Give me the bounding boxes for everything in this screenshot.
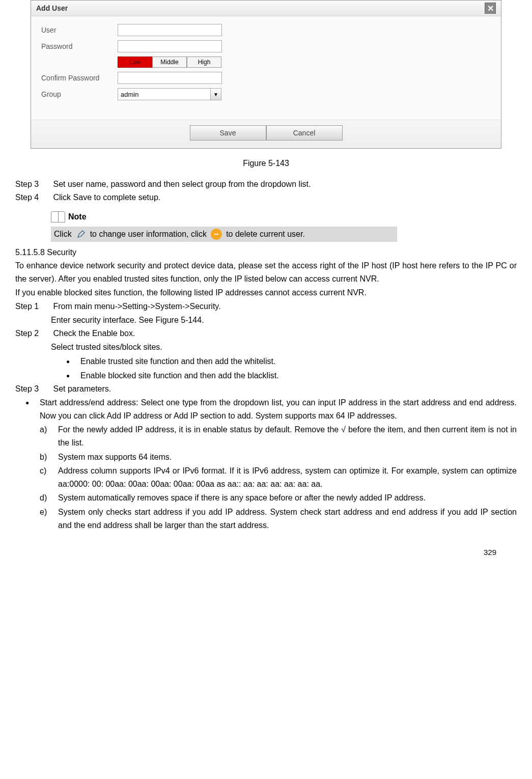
step-text: Check the Enable box. [53, 329, 135, 338]
book-icon [51, 211, 65, 222]
strength-high-segment: High [187, 57, 221, 68]
step-text: From main menu->Setting->System->Securit… [53, 302, 220, 311]
step-text: Set parameters. [53, 384, 111, 393]
password-label: Password [41, 42, 118, 50]
section-number: 5.11.5.8 [15, 248, 45, 257]
step-label: Step 3 [15, 178, 51, 190]
note-text-1: Click [54, 230, 72, 239]
password-strength-meter: Low Middle High [118, 57, 491, 68]
strength-low-segment: Low [118, 57, 152, 68]
step-label: Step 3 [15, 383, 51, 395]
step-label: Step 2 [15, 327, 51, 340]
group-value[interactable] [118, 88, 211, 100]
strength-middle-segment: Middle [152, 57, 187, 68]
dialog-title-text: Add User [36, 4, 68, 12]
security-intro-1: To enhance device network security and p… [15, 259, 517, 285]
sec-step-3: Step 3 Set parameters. [15, 383, 517, 395]
user-label: User [41, 26, 118, 34]
figure-caption: Figure 5-143 [15, 159, 517, 168]
note-title: Note [68, 212, 87, 221]
letter-list: a)For the newly added IP address, it is … [40, 423, 517, 532]
list-item-d: d)System automatically removes space if … [40, 491, 517, 505]
minus-circle-icon: − [211, 229, 222, 240]
add-user-dialog: Add User ✕ User Password Low Middle High… [31, 0, 501, 149]
list-item: Enable trusted site function and then ad… [66, 355, 517, 368]
list-item-e: e)System only checks start address if yo… [40, 506, 517, 532]
dialog-actions: Save Cancel [31, 120, 501, 148]
confirm-password-label: Confirm Password [41, 74, 118, 82]
section-heading: 5.11.5.8 Security [15, 248, 517, 257]
password-input[interactable] [118, 40, 222, 52]
note-header: Note [51, 211, 397, 222]
note-text-3: to delete current user. [226, 230, 305, 239]
step-text: Set user name, password and then select … [53, 180, 311, 188]
note-content: Click to change user information, click … [51, 227, 397, 242]
save-button[interactable]: Save [190, 125, 266, 141]
note-block: Note Click to change user information, c… [51, 211, 397, 242]
step-4: Step 4 Click Save to complete setup. [15, 191, 517, 204]
dialog-form: User Password Low Middle High Confirm Pa… [31, 16, 501, 120]
step-3: Step 3 Set user name, password and then … [15, 178, 517, 190]
chevron-down-icon[interactable]: ▼ [210, 88, 221, 100]
site-bullets: Enable trusted site function and then ad… [66, 355, 517, 382]
step-label: Step 4 [15, 191, 51, 204]
user-input[interactable] [118, 24, 222, 36]
sec-step-2-sub: Select trusted sites/block sites. [51, 341, 517, 354]
close-icon[interactable]: ✕ [485, 3, 496, 14]
list-item-c: c)Address column supports IPv4 or IPv6 f… [40, 464, 517, 490]
note-text-2: to change user information, click [90, 230, 207, 239]
list-item: Enable blocked site function and then ad… [66, 369, 517, 382]
dialog-titlebar: Add User ✕ [31, 1, 501, 16]
section-title: Security [47, 248, 76, 257]
sec-step-1: Step 1 From main menu->Setting->System->… [15, 300, 517, 313]
param-bullet: Start address/end address: Select one ty… [25, 396, 517, 422]
group-label: Group [41, 90, 118, 98]
pencil-icon [76, 229, 86, 239]
list-item-b: b)System max supports 64 items. [40, 451, 517, 464]
list-item-a: a)For the newly added IP address, it is … [40, 423, 517, 449]
step-text: Click Save to complete setup. [53, 193, 160, 202]
confirm-password-input[interactable] [118, 72, 222, 84]
page-number: 329 [15, 533, 517, 557]
sec-step-1-sub: Enter security interface. See Figure 5-1… [51, 314, 517, 327]
security-intro-2: If you enable blocked sites function, th… [15, 286, 517, 299]
group-select[interactable]: ▼ [118, 88, 221, 100]
cancel-button[interactable]: Cancel [266, 125, 343, 141]
list-item: Start address/end address: Select one ty… [25, 396, 517, 422]
step-label: Step 1 [15, 300, 51, 313]
sec-step-2: Step 2 Check the Enable box. [15, 327, 517, 340]
